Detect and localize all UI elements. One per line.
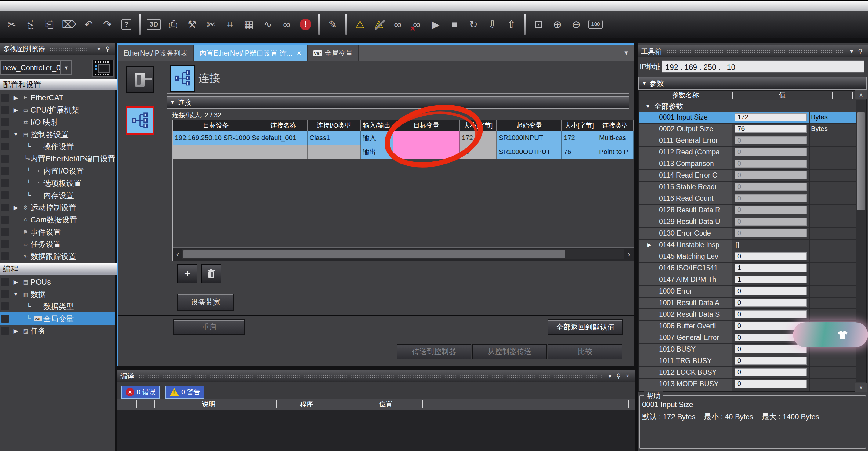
cell-origin-variable[interactable]: SR1000INPUT [497,131,562,144]
warnings-badge[interactable]: 0 警告 [165,386,205,398]
parameter-value-input[interactable]: 0 [735,380,807,388]
parameter-value-input[interactable]: 0 [735,183,807,191]
parameter-row[interactable]: 1000 Error 0 [639,286,866,297]
zoom-in-icon[interactable]: ⊕ [551,17,564,32]
tree-item[interactable]: ○ Cam数据设置 [0,214,115,226]
expander-icon[interactable]: ▼ [11,131,21,138]
parameter-value-input[interactable]: 0 [735,229,807,237]
parameter-value-input[interactable]: 0 [735,357,807,365]
parameter-row[interactable]: 0002 Output Size 76 Bytes [639,124,866,135]
download-to-controller-icon[interactable]: ⇩ [486,17,499,32]
tree-item[interactable]: └ ▫ 内置EtherNet/IP端口设置 [0,153,115,165]
parameter-row[interactable]: 0128 Result Data R 0 [639,205,866,216]
add-connection-button[interactable]: + [177,264,197,283]
section-programming[interactable]: 编程 [0,263,118,275]
build-icon[interactable]: ⚒ [185,17,199,32]
check-program-icon[interactable]: ⌗ [223,17,237,32]
tree-item[interactable]: └ ▫ 操作设置 [0,140,115,153]
parameter-row[interactable]: 1012 LOCK BUSY 0 [639,367,866,379]
cell-connection-name[interactable] [259,145,308,159]
expander-icon[interactable]: ▼ [11,291,21,297]
parameter-value-input[interactable]: 0 [735,194,807,202]
panel-collapse-icon[interactable]: ▾ [847,47,856,55]
close-icon[interactable]: × [623,373,632,380]
col-program[interactable]: 程序 [288,399,325,410]
tree-item[interactable]: └ ▫ 选项板设置 [0,177,115,189]
transfer-from-controller-button[interactable]: 从控制器传送 [472,344,547,359]
parameter-value-input[interactable]: 0 [735,345,807,353]
tab-list-chevron-icon[interactable]: ▼ [623,50,629,57]
restart-button[interactable]: 重启 [173,320,245,335]
stop-monitor-icon[interactable]: ∞ [410,17,423,32]
connection-view-button[interactable] [126,106,154,135]
cell-target-variable[interactable] [394,131,460,144]
ime-skin-shirt-icon[interactable] [837,330,848,339]
tree-item[interactable]: └ ▫ 内置I/O设置 [0,165,115,177]
scroll-down-icon[interactable]: ∨ [855,383,867,392]
go-offline-icon[interactable]: ⚠ [372,17,385,32]
cell-io-type[interactable] [308,145,361,159]
scrollbar-thumb[interactable] [183,250,565,258]
connection-section-header[interactable]: ▼ 连接 [167,96,629,109]
parameter-row[interactable]: 0001 Input Size 172 Bytes [639,112,866,124]
parameter-value-input[interactable]: 76 [735,125,807,133]
scroll-right-icon[interactable]: › [624,250,633,259]
cell-size-bytes[interactable]: 172 [460,131,497,144]
parameter-row[interactable]: 0146 ISO/IEC1541 1 [639,263,866,274]
edit-mode-icon[interactable]: ✎ [326,17,339,32]
expander-icon[interactable]: └ [24,192,34,199]
3d-view-icon[interactable]: 3D [147,17,161,32]
tab-builtin-ethernet-ip-port[interactable]: 内置EtherNet/IP端口设置 连... × [194,45,308,61]
parameter-value-input[interactable]: 1 [735,276,807,284]
tab-ethernet-ip-device-list[interactable]: EtherNet/IP设备列表 [118,45,194,61]
controller-dropdown[interactable]: new_Controller_0 ▼ [0,60,72,75]
tree-item[interactable]: ▶ ▨ 任务 [0,325,115,337]
col-description[interactable]: 说明 [190,399,227,410]
parameter-row[interactable]: 0130 Error Code 0 [639,228,866,239]
synchronize-icon[interactable]: ↻ [467,17,480,32]
cell-origin-size-bytes[interactable]: 172 [562,131,597,144]
paste-icon[interactable]: ⎗ [43,17,56,32]
ip-address-input[interactable]: 192 . 169 . 250 . _10 [662,60,864,73]
horizontal-scrollbar[interactable]: ‹ › [173,248,633,261]
cell-size-bytes[interactable]: 76 [460,145,497,159]
scroll-left-icon[interactable]: ‹ [173,250,182,259]
tree-item[interactable]: ▼ ▤ 控制器设置 [0,128,115,140]
transfer-to-controller-button[interactable]: 传送到控制器 [397,344,471,359]
parameter-row[interactable]: ▶ 0144 Unstable Insp [] [639,239,866,251]
expander-icon[interactable]: └ [24,315,34,322]
monitor-icon[interactable]: ∞ [391,17,404,32]
cut-icon[interactable]: ✂ [5,17,18,32]
parameter-row[interactable]: 0147 AIM DPM Th 1 [639,274,866,286]
section-config-settings[interactable]: 配置和设置 [0,79,118,90]
ime-toolbar[interactable] [793,322,868,347]
undo-icon[interactable]: ↶ [82,17,95,32]
parameter-value-input[interactable]: 0 [735,148,807,156]
rebuild-icon[interactable]: ✄ [204,17,218,32]
cell-target-device[interactable] [173,145,259,159]
cell-origin-size-bytes[interactable]: 76 [562,145,597,159]
device-bandwidth-button[interactable]: 设备带宽 [177,294,234,311]
parameter-row[interactable]: 0114 Read Error C 0 [639,170,866,182]
tree-item[interactable]: ▶ ⚙ 运动控制设置 [0,201,115,214]
parameter-value-input[interactable]: 0 [735,218,807,226]
tree-item[interactable]: ▶ ▤ POUs [0,276,115,288]
expander-icon[interactable]: └ [24,180,34,187]
zoom-100-icon[interactable]: 100 [588,17,602,32]
parameter-value-input[interactable]: 0 [735,287,807,295]
parameter-value-input[interactable]: 0 [735,368,807,376]
compare-button[interactable]: 比较 [548,344,622,359]
parameter-value-input[interactable]: 0 [735,171,807,179]
tree-item[interactable]: ⚑ 事件设置 [0,226,115,238]
parameter-row[interactable]: 1013 MODE BUSY 0 [639,379,866,390]
parameter-row[interactable]: 0129 Result Data U 0 [639,216,866,228]
build-results-list[interactable] [117,410,635,451]
cell-target-variable[interactable] [394,145,460,159]
parameter-row[interactable]: 0112 Read (Compa 0 [639,147,866,158]
all-parameters-group[interactable]: ▼ 全部参数 [639,100,866,112]
return-all-to-default-button[interactable]: 全部返回到默认值 [548,320,623,335]
cell-connection-type[interactable]: Multi-cas [597,131,633,144]
chevron-down-icon[interactable]: ▼ [60,61,71,74]
cell-connection-type[interactable]: Point to P [597,145,633,159]
device-node-button[interactable] [126,66,154,93]
